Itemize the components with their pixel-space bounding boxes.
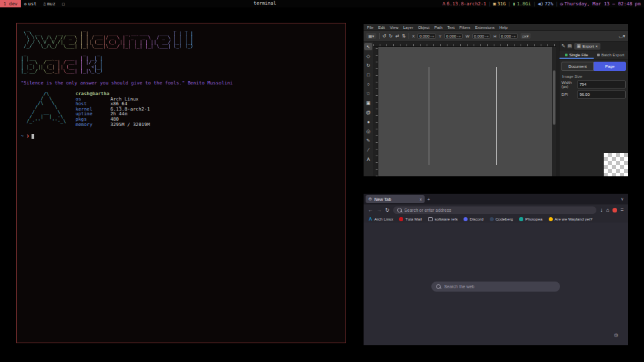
- menu-layer[interactable]: Layer: [403, 25, 413, 29]
- stepper-icons[interactable]: −+: [512, 34, 516, 38]
- volume-module[interactable]: ◀) 72%: [538, 1, 553, 7]
- separator: |: [488, 1, 491, 7]
- rotate-ccw-icon[interactable]: ↺: [382, 34, 386, 39]
- folder-icon: [428, 217, 433, 221]
- export-mode-tabs: Single File Batch Export: [559, 51, 628, 60]
- bookmark-are-we-wayland-yet[interactable]: Are we Wayland yet?: [549, 217, 592, 221]
- datetime-text: Thursday, Mar 13 — 02:48 pm: [564, 1, 641, 7]
- star-tool-icon[interactable]: ☆: [364, 90, 372, 97]
- menu-file[interactable]: File: [367, 25, 374, 29]
- gradient-tool-icon[interactable]: ◎: [364, 127, 372, 135]
- export-icon: ▣: [577, 44, 582, 49]
- workspace-ust[interactable]: ⚙ ust: [21, 0, 40, 7]
- list-tabs-icon[interactable]: ∨: [621, 196, 626, 202]
- close-icon[interactable]: ×: [595, 44, 598, 48]
- menu-help[interactable]: Help: [499, 25, 507, 29]
- home-icon[interactable]: ⌂: [606, 207, 609, 213]
- calligraphy-tool-icon[interactable]: ∕: [364, 146, 372, 154]
- swatches-icon[interactable]: ▤: [568, 44, 572, 49]
- menu-filters[interactable]: Filters: [460, 25, 470, 29]
- menu-text[interactable]: Text: [447, 25, 455, 29]
- back-button[interactable]: ←: [368, 207, 373, 213]
- divider: [409, 33, 409, 39]
- bookmark-codeberg[interactable]: Codeberg: [490, 217, 513, 221]
- fetch-value: 3295M / 32019M: [110, 123, 150, 128]
- square-icon: □: [62, 1, 65, 6]
- export-area-buttons: Document Page: [559, 60, 628, 72]
- pencil-tool-icon[interactable]: ✎: [364, 137, 372, 144]
- stepper-icons[interactable]: −+: [457, 34, 461, 38]
- menu-path[interactable]: Path: [434, 25, 442, 29]
- horizontal-ruler: [373, 42, 556, 47]
- menu-icon[interactable]: ≡: [621, 207, 624, 213]
- menu-view[interactable]: View: [390, 25, 398, 29]
- separator: |: [508, 1, 511, 7]
- bookmark-photopea[interactable]: Photopea: [519, 217, 543, 221]
- dpi-input[interactable]: 96.00: [577, 90, 626, 99]
- extension-icon[interactable]: [612, 208, 617, 213]
- pencil-icon[interactable]: ✎: [561, 44, 566, 49]
- snap-icon[interactable]: ◡▾: [619, 34, 625, 39]
- toolbox: ↖ ◇ ↻ □ ○ ☆ ▣ @ ● ◎ ✎ ∕ A: [364, 42, 373, 176]
- scrollbar-handle[interactable]: [553, 70, 555, 125]
- x-spinbox[interactable]: 0.000 −+: [417, 34, 436, 39]
- spiral-tool-icon[interactable]: @: [364, 109, 372, 116]
- reload-button[interactable]: ↻: [385, 207, 390, 213]
- menu-object[interactable]: Object: [418, 25, 429, 29]
- flip-vertical-icon[interactable]: ⇅: [402, 34, 406, 39]
- close-tab-icon[interactable]: ×: [419, 197, 422, 202]
- newtab-search-box[interactable]: Search the web: [431, 282, 560, 292]
- w-spinbox[interactable]: 0.000 −+: [472, 34, 491, 39]
- workspace-empty[interactable]: □: [59, 0, 68, 7]
- document-button[interactable]: Document: [561, 62, 594, 71]
- y-spinbox[interactable]: 0.000 −+: [444, 34, 463, 39]
- browser-window: ⊕ New Tab × + ∨ ← → ↻ Search or enter ad…: [364, 194, 628, 345]
- workspace-muz[interactable]: ♫ muz: [40, 0, 58, 7]
- stepper-icons[interactable]: −+: [430, 34, 434, 38]
- page-button[interactable]: Page: [594, 62, 626, 71]
- rotate-cw-icon[interactable]: ↻: [389, 34, 393, 39]
- bookmark-folder-software-refs[interactable]: software refs: [428, 217, 458, 221]
- rectangle-tool-icon[interactable]: □: [364, 71, 372, 78]
- menu-extensions[interactable]: Extensions: [475, 25, 494, 29]
- bookmark-tuta-mail[interactable]: Tuta Mail: [399, 217, 421, 221]
- tab-single-file[interactable]: Single File: [559, 51, 594, 59]
- node-tool-icon[interactable]: ◇: [364, 52, 372, 60]
- h-value: 0.000: [501, 34, 511, 38]
- ellipse-tool-icon[interactable]: ○: [364, 80, 372, 88]
- h-spinbox[interactable]: 0.000 −+: [499, 34, 518, 39]
- fetch-output: /\ / \ /\ \ / \ / __ \ / | | -\ /_-'' ''…: [21, 92, 341, 127]
- selector-tool-icon[interactable]: ↖: [364, 43, 372, 50]
- tab-batch-export[interactable]: Batch Export: [594, 51, 628, 59]
- shell-prompt[interactable]: ~ ❯: [21, 133, 341, 139]
- shape-builder-tool-icon[interactable]: ↻: [364, 62, 372, 69]
- dpi-label: DPI: [561, 93, 575, 97]
- page-border-right: [496, 67, 497, 165]
- personalize-gear-icon[interactable]: ⚙: [614, 333, 619, 339]
- ascii-art-back: _ _ _ | |__ __ _ ___ | | _| | | '_ \ / _…: [21, 52, 103, 74]
- units-dropdown[interactable]: px▾: [521, 33, 531, 39]
- bookmark-discord[interactable]: Discord: [464, 217, 483, 221]
- select-mode-dropdown[interactable]: ▦▾: [366, 33, 376, 39]
- forward-button[interactable]: →: [376, 207, 382, 213]
- export-dialog-tab[interactable]: ▣ Export ×: [574, 43, 600, 50]
- workspace-dev[interactable]: 1 dev: [0, 0, 21, 7]
- w-value: 0.000: [474, 34, 484, 38]
- tab-new-tab[interactable]: ⊕ New Tab ×: [366, 195, 425, 203]
- paint-bucket-tool-icon[interactable]: ●: [364, 118, 372, 125]
- clock-icon: ◷: [560, 1, 563, 7]
- width-input[interactable]: 794: [577, 80, 626, 88]
- canvas[interactable]: [378, 47, 552, 176]
- terminal-window[interactable]: _ _ _ _ \ \ __ __ ___ | | ___ ___ _ __ _…: [16, 23, 346, 343]
- new-tab-button[interactable]: +: [427, 197, 430, 202]
- url-bar[interactable]: Search or enter address: [393, 206, 597, 214]
- vertical-scrollbar[interactable]: [552, 47, 556, 176]
- tuta-mail-icon: [399, 217, 403, 221]
- menu-edit[interactable]: Edit: [378, 25, 385, 29]
- bookmark-arch-linux[interactable]: Λ Arch Linux: [368, 217, 393, 221]
- stepper-icons[interactable]: −+: [485, 34, 489, 38]
- text-tool-icon[interactable]: A: [364, 156, 372, 163]
- downloads-icon[interactable]: ↓: [600, 207, 602, 213]
- box-tool-icon[interactable]: ▣: [364, 99, 372, 107]
- flip-horizontal-icon[interactable]: ⇄: [395, 34, 399, 39]
